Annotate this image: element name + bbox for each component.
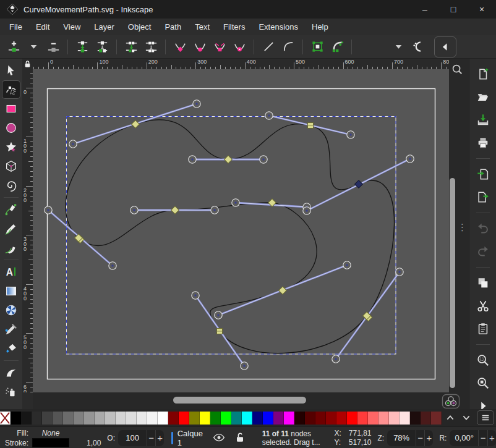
calligraphy-tool[interactable] xyxy=(2,239,20,256)
palette-scroll-down-button[interactable] xyxy=(458,411,474,425)
gradient-tool[interactable] xyxy=(2,282,20,300)
menu-item-text[interactable]: Text xyxy=(188,19,216,35)
palette-swatch[interactable] xyxy=(315,412,326,425)
paint-bucket-tool[interactable] xyxy=(2,340,20,357)
rotation-increase-button[interactable]: + xyxy=(487,430,496,446)
pen-tool[interactable] xyxy=(2,201,20,218)
maximize-button[interactable]: □ xyxy=(439,0,468,19)
join-nodes-button[interactable] xyxy=(72,38,92,56)
fill-value[interactable]: None xyxy=(32,429,69,437)
stroke-to-path-button[interactable] xyxy=(327,38,347,56)
palette-menu-button[interactable] xyxy=(477,410,494,425)
palette-swatch[interactable] xyxy=(294,412,305,425)
palette-swatch[interactable] xyxy=(378,412,389,425)
palette-swatch[interactable] xyxy=(357,412,368,425)
mesh-gradient-tool[interactable] xyxy=(2,302,20,319)
palette-swatch[interactable] xyxy=(63,412,74,425)
menu-item-view[interactable]: View xyxy=(56,19,87,35)
palette-swatch[interactable] xyxy=(158,412,168,425)
ruler-lock-corner[interactable] xyxy=(22,59,33,69)
palette-swatch[interactable] xyxy=(21,412,32,425)
break-nodes-button[interactable] xyxy=(92,38,112,56)
delete-node-button[interactable] xyxy=(43,38,63,56)
ellipse-tool[interactable] xyxy=(2,119,20,137)
palette-swatch[interactable] xyxy=(137,412,147,425)
palette-swatch[interactable] xyxy=(347,412,357,425)
menu-item-edit[interactable]: Edit xyxy=(29,19,56,35)
menu-item-object[interactable]: Object xyxy=(121,19,158,35)
palette-swatch[interactable] xyxy=(126,412,137,425)
join-with-segment-button[interactable] xyxy=(121,38,141,56)
palette-swatch[interactable] xyxy=(252,412,263,425)
cut-button[interactable] xyxy=(474,298,492,314)
current-layer-name[interactable]: Calque 1 xyxy=(177,429,204,447)
palette-swatch[interactable] xyxy=(32,412,42,425)
corner-node-button[interactable] xyxy=(170,38,190,56)
palette-swatch[interactable] xyxy=(389,412,400,425)
tweak-tool[interactable] xyxy=(2,364,20,381)
palette-swatch[interactable] xyxy=(368,412,378,425)
zoom-value[interactable]: 78% xyxy=(387,433,416,442)
palette-swatch[interactable] xyxy=(84,412,95,425)
snapping-toggle-button[interactable] xyxy=(408,38,428,56)
insert-node-button[interactable] xyxy=(4,38,24,56)
palette-swatch-none[interactable] xyxy=(0,412,11,425)
palette-swatch[interactable] xyxy=(284,412,294,425)
insert-node-menu-caret[interactable] xyxy=(24,38,43,56)
zoom-drawing-button[interactable] xyxy=(474,375,492,391)
palette-swatch[interactable] xyxy=(147,412,158,425)
palette-swatch[interactable] xyxy=(336,412,347,425)
coords-menu-caret[interactable] xyxy=(388,38,408,56)
palette-swatch[interactable] xyxy=(168,412,179,425)
selector-tool[interactable] xyxy=(2,62,20,79)
menu-item-path[interactable]: Path xyxy=(158,19,188,35)
palette-swatch[interactable] xyxy=(273,412,284,425)
open-document-button[interactable] xyxy=(474,89,492,105)
menu-item-layer[interactable]: Layer xyxy=(87,19,121,35)
color-management-toggle[interactable] xyxy=(442,394,460,409)
spray-tool[interactable] xyxy=(2,383,20,400)
node-tool[interactable] xyxy=(2,81,20,98)
undo-button[interactable] xyxy=(474,221,492,237)
make-curve-button[interactable] xyxy=(278,38,298,56)
vertical-ruler[interactable]: 0100200300400500600 xyxy=(22,69,33,392)
close-button[interactable]: × xyxy=(468,0,496,19)
star-tool[interactable] xyxy=(2,138,20,156)
quick-zoom-icon[interactable] xyxy=(450,62,464,76)
symmetric-node-button[interactable] xyxy=(210,38,229,56)
box-3d-tool[interactable] xyxy=(2,158,20,175)
menu-item-filters[interactable]: Filters xyxy=(216,19,252,35)
delete-segment-button[interactable] xyxy=(141,38,161,56)
export-button[interactable] xyxy=(474,189,492,205)
save-document-button[interactable] xyxy=(474,112,492,128)
zoom-decrease-button[interactable]: − xyxy=(416,430,424,446)
horizontal-scrollbar[interactable] xyxy=(173,397,306,404)
auto-smooth-node-button[interactable] xyxy=(229,38,249,56)
palette-swatch[interactable] xyxy=(326,412,336,425)
menu-item-help[interactable]: Help xyxy=(305,19,335,35)
drawing-area[interactable] xyxy=(33,69,449,392)
palette-swatch[interactable] xyxy=(231,412,242,425)
object-to-path-button[interactable] xyxy=(307,38,327,56)
palette-swatch[interactable] xyxy=(95,412,105,425)
smooth-node-button[interactable] xyxy=(190,38,210,56)
palette-swatch[interactable] xyxy=(400,412,410,425)
palette-swatch[interactable] xyxy=(74,412,84,425)
palette-swatch[interactable] xyxy=(105,412,116,425)
palette-swatch[interactable] xyxy=(179,412,189,425)
opacity-increase-button[interactable]: + xyxy=(155,430,164,446)
palette-swatch[interactable] xyxy=(431,412,442,425)
palette-swatch[interactable] xyxy=(116,412,126,425)
horizontal-ruler[interactable]: 0100200300400500600700800 xyxy=(33,59,449,69)
palette-swatch[interactable] xyxy=(242,412,252,425)
palette-swatch[interactable] xyxy=(189,412,200,425)
new-document-button[interactable] xyxy=(474,66,492,82)
menu-item-extensions[interactable]: Extensions xyxy=(252,19,305,35)
minimize-button[interactable]: – xyxy=(411,0,439,19)
opacity-decrease-button[interactable]: − xyxy=(147,430,155,446)
palette-swatch[interactable] xyxy=(263,412,273,425)
palette-scroll-up-button[interactable] xyxy=(442,411,458,425)
zoom-increase-button[interactable]: + xyxy=(424,430,433,446)
palette-swatch[interactable] xyxy=(42,412,53,425)
dropper-tool[interactable] xyxy=(2,321,20,338)
